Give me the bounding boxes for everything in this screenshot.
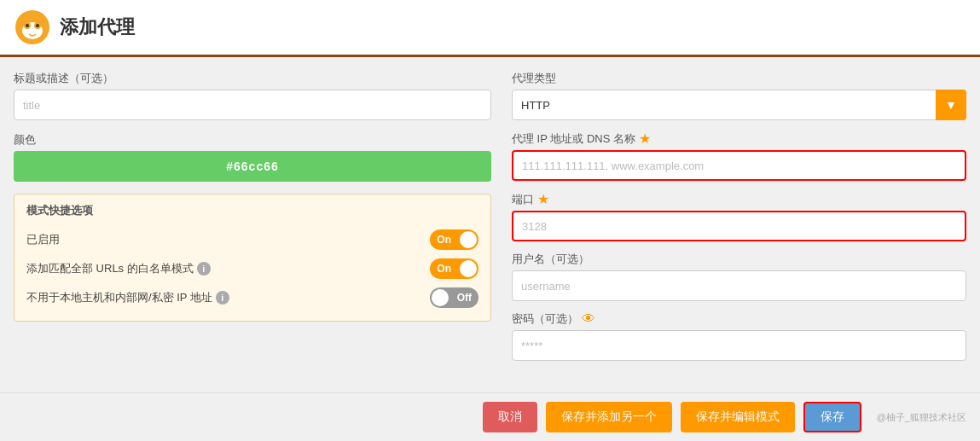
port-label: 端口 ★ [512,191,966,207]
toggle-whitelist-knob [460,260,477,277]
header: 添加代理 [0,0,980,57]
password-group: 密码（可选） 👁 [512,311,966,361]
main-content: 标题或描述（可选） 颜色 #66cc66 模式快捷选项 已启用 On [0,57,980,392]
username-group: 用户名（可选） [512,252,966,301]
proxy-type-select-wrapper: HTTP HTTPS SOCKS4 SOCKS5 ▼ [512,90,966,120]
color-button[interactable]: #66cc66 [14,151,491,182]
svg-point-4 [26,24,29,27]
color-label: 颜色 [14,132,491,148]
proxy-type-group: 代理类型 HTTP HTTPS SOCKS4 SOCKS5 ▼ [512,71,966,120]
username-label: 用户名（可选） [512,252,966,267]
toggle-whitelist-label: On [430,263,458,275]
toggle-enabled[interactable]: On [430,229,478,250]
password-label-row: 密码（可选） 👁 [512,311,966,327]
proxy-ip-label: 代理 IP 地址或 DNS 名称 ★ [512,131,966,147]
mode-row-enabled: 已启用 On [26,225,478,254]
toggle-localhost-knob [432,289,449,306]
proxy-ip-group: 代理 IP 地址或 DNS 名称 ★ [512,131,966,181]
save-add-button[interactable]: 保存并添加另一个 [546,402,672,432]
watermark: @柚子_狐狸技术社区 [877,411,966,424]
right-panel: 代理类型 HTTP HTTPS SOCKS4 SOCKS5 ▼ 代理 IP 地址… [512,71,966,379]
mode-label-enabled: 已启用 [26,232,60,247]
left-panel: 标题或描述（可选） 颜色 #66cc66 模式快捷选项 已启用 On [14,71,491,379]
fox-logo [14,9,51,46]
eye-icon[interactable]: 👁 [582,311,595,327]
mode-section: 模式快捷选项 已启用 On 添加匹配全部 URLs 的白名单模式 i [14,194,491,322]
toggle-enabled-knob [460,231,477,248]
proxy-type-select[interactable]: HTTP HTTPS SOCKS4 SOCKS5 [512,90,966,120]
cancel-button[interactable]: 取消 [483,402,537,432]
app-container: 添加代理 标题或描述（可选） 颜色 #66cc66 模式快捷选项 已启用 [0,0,980,441]
page-title: 添加代理 [60,15,135,40]
password-input[interactable] [512,330,966,361]
port-input[interactable] [512,211,966,241]
mode-row-whitelist: 添加匹配全部 URLs 的白名单模式 i On [26,254,478,283]
title-label: 标题或描述（可选） [14,71,491,86]
svg-point-5 [36,24,39,27]
save-edit-button[interactable]: 保存并编辑模式 [681,402,795,432]
toggle-localhost[interactable]: Off [430,287,478,308]
port-group: 端口 ★ [512,191,966,241]
title-input[interactable] [14,90,491,120]
username-input[interactable] [512,270,966,301]
mode-section-title: 模式快捷选项 [26,203,478,218]
color-field-group: 颜色 #66cc66 [14,132,491,182]
bottom-toolbar: 取消 保存并添加另一个 保存并编辑模式 保存 @柚子_狐狸技术社区 [0,392,980,441]
port-star: ★ [537,191,549,207]
proxy-ip-input[interactable] [512,150,966,181]
info-icon-localhost[interactable]: i [216,291,229,305]
info-icon-whitelist[interactable]: i [197,262,211,276]
toggle-enabled-label: On [430,234,458,246]
toggle-whitelist[interactable]: On [430,258,478,279]
mode-label-localhost: 不用于本地主机和内部网/私密 IP 地址 i [26,290,229,305]
save-button[interactable]: 保存 [803,402,861,432]
mode-row-localhost: 不用于本地主机和内部网/私密 IP 地址 i Off [26,283,478,312]
title-field-group: 标题或描述（可选） [14,71,491,120]
toggle-localhost-label: Off [450,292,478,304]
mode-label-whitelist: 添加匹配全部 URLs 的白名单模式 i [26,261,211,276]
proxy-type-label: 代理类型 [512,71,966,86]
proxy-ip-star: ★ [639,131,651,147]
